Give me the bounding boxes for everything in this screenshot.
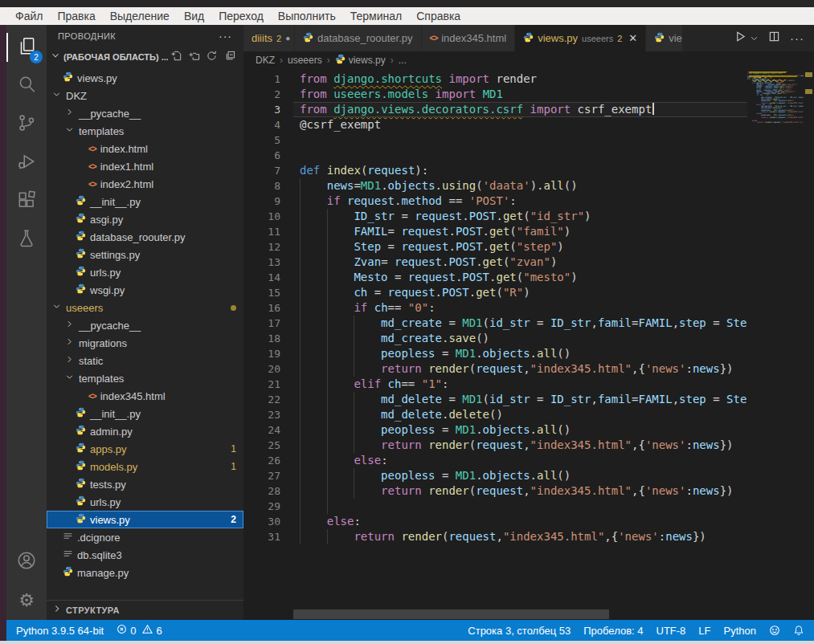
code-line-7[interactable]: 7def index(request): [243,163,747,178]
tab-vie[interactable]: vie [646,25,683,51]
tree-item-views-py[interactable]: views.py [47,69,243,87]
testing-activity-button[interactable] [6,221,47,259]
tree-item-index-html[interactable]: <>index.html [47,140,243,157]
tree-item-templates[interactable]: templates [47,122,243,140]
menu-item-выполнить[interactable]: Выполнить [271,10,343,22]
code-line-26[interactable]: 26else: [243,453,747,468]
tree-item-apps-py[interactable]: apps.py1 [47,440,243,458]
code-line-21[interactable]: 21elif ch== "1": [243,377,747,392]
tab-diiits[interactable]: diiits2● [243,25,295,51]
code-line-20[interactable]: 20return render(request,"index345.html",… [243,361,747,377]
breadcrumb-item-views-py[interactable]: views.py [335,54,386,67]
code-lines[interactable]: 1from django.shortcuts import render2fro… [243,71,747,620]
code-line-2[interactable]: 2from useeers.models import MD1 [243,87,747,102]
tree-item-views-py[interactable]: views.py2 [47,511,243,528]
tree-item-index2-html[interactable]: <>index2.html [47,175,243,193]
tree-item-dkz[interactable]: DKZ [47,87,243,104]
tab-database-roouter-py[interactable]: database_roouter.py [295,25,422,51]
code-line-15[interactable]: 15ch = request.POST.get("R") [243,285,747,300]
settings-button[interactable]: ⚙ [6,581,47,620]
code-line-10[interactable]: 10ID_str = request.POST.get("id_str") [243,209,747,224]
tree-item-index345-html[interactable]: <>index345.html [47,387,243,405]
notifications-bell-icon[interactable] [793,625,804,636]
breadcrumb-item-dkz[interactable]: DKZ [256,55,275,66]
code-line-22[interactable]: 22md_delete = MD1(id_str = ID_str,famil=… [243,392,747,407]
tree-item-wsgi-py[interactable]: wsgi.py [47,281,243,299]
code-line-23[interactable]: 23md_delete.delete() [243,407,747,422]
code-line-8[interactable]: 8news=MD1.objects.using('daata').all() [243,178,747,194]
tree-item-pycache[interactable]: __pycache__ [47,104,243,122]
code-line-16[interactable]: 16if ch== "0": [243,300,747,316]
tree-item-models-py[interactable]: models.py1 [47,458,243,475]
breadcrumb-item-useeers[interactable]: useeers [288,55,322,66]
code-line-13[interactable]: 13Zvan= request.POST.get("zvan") [243,255,747,270]
tree-item-dcignore[interactable]: .dcignore [47,528,243,546]
tree-item-init-py[interactable]: __init__.py [47,193,243,210]
tree-item-useeers[interactable]: useeers [47,299,243,316]
code-line-19[interactable]: 19peopless = MD1.objects.all() [243,346,747,361]
search-activity-button[interactable] [6,67,47,105]
refresh-icon[interactable] [206,50,218,65]
source-control-activity-button[interactable] [6,105,47,144]
tree-item-tests-py[interactable]: tests.py [47,475,243,493]
menu-item-переход[interactable]: Переход [211,10,271,22]
code-line-25[interactable]: 25return render(request,"index345.html",… [243,438,747,453]
run-debug-activity-button[interactable] [6,144,47,182]
menu-item-файл[interactable]: Файл [8,10,50,22]
status-item-utf-8[interactable]: UTF-8 [657,625,686,637]
breadcrumb-item-[interactable]: ... [399,55,407,66]
menu-item-правка[interactable]: Правка [50,10,102,22]
tree-item-urls-py[interactable]: urls.py [47,263,243,281]
code-line-11[interactable]: 11FAMIL= request.POST.get("famil") [243,224,747,239]
split-editor-icon[interactable] [768,31,780,46]
minimap[interactable]: from django.shortcuts import renderfrom … [747,71,804,620]
tree-item-migrations[interactable]: migrations [47,334,243,352]
code-editor[interactable]: 1from django.shortcuts import render2fro… [243,69,814,620]
code-line-14[interactable]: 14Mesto = request.POST.get("mesto") [243,270,747,285]
status-item-строка-3-столбец-53[interactable]: Строка 3, столбец 53 [468,625,571,637]
horizontal-scrollbar[interactable] [293,609,609,619]
problems-item[interactable]: 0 6 [117,624,162,637]
status-item-lf[interactable]: LF [698,625,710,637]
tree-item-init-py[interactable]: __init__.py [47,405,243,422]
tree-item-settings-py[interactable]: settings.py [47,246,243,263]
explorer-activity-button[interactable]: 2 [6,28,47,67]
workspace-section-header[interactable]: (РАБОЧАЯ ОБЛАСТЬ) ... [47,47,243,67]
code-line-4[interactable]: 4@csrf_exempt [243,117,747,132]
menu-item-справка[interactable]: Справка [409,10,468,22]
extensions-activity-button[interactable] [6,182,47,221]
status-item-python[interactable]: Python [724,625,756,637]
collapse-all-icon[interactable] [223,50,235,65]
tree-item-static[interactable]: static [47,352,243,369]
new-folder-icon[interactable] [188,50,200,65]
tree-item-index1-html[interactable]: <>index1.html [47,157,243,175]
run-python-file-icon[interactable] [734,31,747,46]
tab-index345-html[interactable]: <>index345.html [422,25,516,51]
tree-item-pycache[interactable]: __pycache__ [47,316,243,334]
tree-item-manage-py[interactable]: manage.py [47,564,243,581]
tab-views-py[interactable]: views.pyuseeers2✕ [515,25,646,51]
code-line-24[interactable]: 24peopless = MD1.objects.all() [243,422,747,438]
run-dropdown-chevron-icon[interactable] [750,31,759,46]
menu-bar[interactable]: ФайлПравкаВыделениеВидПереходВыполнитьТе… [0,7,814,25]
tree-item-database-roouter-py[interactable]: database_roouter.py [47,228,243,246]
feedback-icon[interactable] [769,625,780,636]
code-line-12[interactable]: 12Step = request.POST.get("step") [243,239,747,255]
code-line-1[interactable]: 1from django.shortcuts import render [243,71,747,87]
python-interpreter-item[interactable]: Python 3.9.5 64-bit [16,625,104,637]
account-button[interactable] [6,543,47,581]
menu-item-терминал[interactable]: Терминал [343,10,409,22]
code-line-31[interactable]: 31return render(request,"index345.html",… [243,529,747,544]
tree-item-urls-py[interactable]: urls.py [47,493,243,511]
code-line-5[interactable]: 5 [243,132,747,148]
code-line-28[interactable]: 28return render(request,"index345.html",… [243,483,747,499]
code-line-29[interactable]: 29 [243,499,747,514]
tree-item-db-sqlite3[interactable]: db.sqlite3 [47,546,243,564]
tree-item-templates[interactable]: templates [47,369,243,387]
sidebar-more-actions-icon[interactable]: ··· [219,30,232,43]
close-icon[interactable]: ✕ [628,32,637,44]
code-line-18[interactable]: 18md_create.save() [243,331,747,346]
code-line-27[interactable]: 27peopless = MD1.objects.all() [243,468,747,483]
new-file-icon[interactable] [170,50,182,65]
tree-item-admin-py[interactable]: admin.py [47,422,243,440]
